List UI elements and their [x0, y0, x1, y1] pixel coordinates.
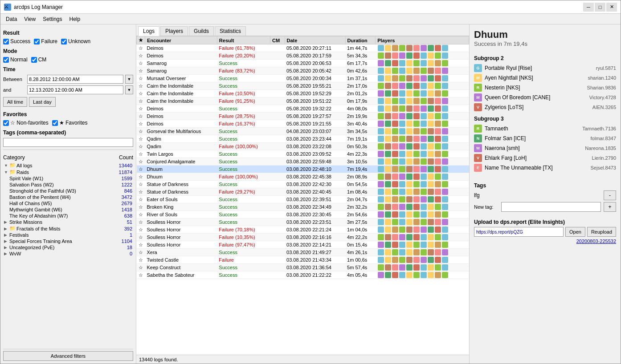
- log-row[interactable]: ☆ Statue of Darkness Failure (29,27%) 03…: [137, 188, 469, 196]
- menu-view[interactable]: View: [20, 15, 39, 23]
- col-encounter[interactable]: Encounter: [145, 36, 217, 44]
- star-cell[interactable]: ☆: [137, 52, 145, 60]
- star-cell[interactable]: ☆: [137, 82, 145, 90]
- favorites-checkbox[interactable]: [52, 120, 58, 126]
- star-cell[interactable]: ☆: [137, 60, 145, 67]
- star-cell[interactable]: ☆: [137, 234, 145, 241]
- star-cell[interactable]: ☆: [137, 143, 145, 150]
- star-cell[interactable]: ☆: [137, 173, 145, 181]
- star-cell[interactable]: ☆: [137, 158, 145, 166]
- category-row[interactable]: Mythwright Gambit (W6) 1418: [3, 206, 133, 213]
- col-players[interactable]: Players: [376, 36, 469, 44]
- log-row[interactable]: ☆ Broken King Success 03.08.2020 22:34:4…: [137, 203, 469, 211]
- log-row[interactable]: ☆ Twin Largos Success 03.08.2020 23:09:5…: [137, 150, 469, 158]
- col-duration[interactable]: Duration: [345, 36, 376, 44]
- star-cell[interactable]: ☆: [137, 113, 145, 120]
- col-result[interactable]: Result: [217, 36, 270, 44]
- star-cell[interactable]: ☆: [137, 188, 145, 196]
- log-row[interactable]: ☆ Dhuum Failure (100,00%) 03.08.2020 22:…: [137, 173, 469, 181]
- category-row[interactable]: Hall of Chains (W5) 2679: [3, 200, 133, 206]
- log-row[interactable]: ☆ Cairn the Indomitable Failure (91,25%)…: [137, 97, 469, 105]
- log-row[interactable]: ☆ Soulless Horror Failure (10,35%) 03.08…: [137, 234, 469, 241]
- category-row[interactable]: ▶ WvW 0: [3, 251, 133, 257]
- maximize-button[interactable]: □: [595, 3, 605, 12]
- tab-guilds[interactable]: Guilds: [189, 26, 214, 36]
- log-row[interactable]: ☆ Qadim Success 03.08.2020 23:23:44 7m 1…: [137, 135, 469, 143]
- star-cell[interactable]: ☆: [137, 166, 145, 173]
- star-cell[interactable]: ☆: [137, 203, 145, 211]
- url-input[interactable]: [474, 227, 564, 237]
- category-row[interactable]: Spirit Vale (W1) 1599: [3, 175, 133, 182]
- category-row[interactable]: ▼ 📁 Raids 11874: [3, 169, 133, 175]
- star-cell[interactable]: ☆: [137, 249, 145, 256]
- log-row[interactable]: ☆ Keep Construct Success 03.08.2020 21:3…: [137, 264, 469, 271]
- star-cell[interactable]: ☆: [137, 120, 145, 128]
- new-tag-input[interactable]: [501, 202, 601, 212]
- log-row[interactable]: ☆ Cairn the Indomitable Success 05.08.20…: [137, 82, 469, 90]
- log-row[interactable]: ☆ Samarog Failure (83,72%) 05.08.2020 20…: [137, 67, 469, 75]
- log-row[interactable]: ☆ River of Souls Success 03.08.2020 22:3…: [137, 211, 469, 218]
- success-checkbox-item[interactable]: Success: [3, 38, 30, 44]
- log-row[interactable]: ☆ Twisted Castle Failure 03.08.2020 21:4…: [137, 256, 469, 264]
- category-row[interactable]: The Key of Ahdashim (W7) 638: [3, 213, 133, 219]
- star-cell[interactable]: ☆: [137, 218, 145, 226]
- last-day-button[interactable]: Last day: [29, 97, 56, 107]
- unknown-checkbox[interactable]: [61, 39, 67, 44]
- log-row[interactable]: ☆ Soulless Horror Success 03.08.2020 22:…: [137, 218, 469, 226]
- non-favorites-checkbox[interactable]: [3, 120, 9, 126]
- log-row[interactable]: ☆ Dhuum Success 03.08.2020 22:48:10 7m 1…: [137, 166, 469, 173]
- tags-input[interactable]: [3, 138, 133, 147]
- star-cell[interactable]: ☆: [137, 90, 145, 97]
- star-cell[interactable]: ☆: [137, 128, 145, 135]
- log-row[interactable]: ☆ Soulless Horror Failure (97,47%) 03.08…: [137, 241, 469, 249]
- star-cell[interactable]: ☆: [137, 196, 145, 203]
- tab-players[interactable]: Players: [160, 26, 188, 36]
- cm-checkbox-item[interactable]: CM: [31, 57, 47, 63]
- star-cell[interactable]: ☆: [137, 67, 145, 75]
- log-table-container[interactable]: ★ Encounter Result CM Date Duration Play…: [136, 36, 469, 355]
- log-row[interactable]: ☆ Soulless Horror Failure (70,18%) 03.08…: [137, 226, 469, 234]
- minimize-button[interactable]: ─: [583, 3, 594, 12]
- star-cell[interactable]: ☆: [137, 226, 145, 234]
- unknown-checkbox-item[interactable]: Unknown: [61, 38, 90, 44]
- failure-checkbox[interactable]: [34, 39, 40, 44]
- favorites-item[interactable]: ★ Favorites: [52, 120, 88, 126]
- log-row[interactable]: ☆ Sabetha the Saboteur Success 03.08.202…: [137, 271, 469, 279]
- star-cell[interactable]: ☆: [137, 211, 145, 218]
- tab-statistics[interactable]: Statistics: [215, 26, 246, 36]
- col-star[interactable]: ★: [137, 36, 145, 44]
- log-id-link[interactable]: 20200803-225532: [474, 239, 616, 244]
- star-cell[interactable]: ☆: [137, 264, 145, 271]
- log-row[interactable]: ☆ Mursaat Overseer Success 05.08.2020 20…: [137, 75, 469, 82]
- between-input[interactable]: [27, 75, 123, 84]
- log-row[interactable]: ☆ Deimos Failure (16,37%) 05.08.2020 19:…: [137, 120, 469, 128]
- category-row[interactable]: ▶ Uncategorized (PvE) 18: [3, 244, 133, 251]
- log-row[interactable]: ☆ Conjured Amalgamate Success 03.08.2020…: [137, 158, 469, 166]
- normal-checkbox-item[interactable]: Normal: [3, 57, 28, 63]
- log-row[interactable]: ☆ Gorseval the Multifarious Success 04.0…: [137, 128, 469, 135]
- success-checkbox[interactable]: [3, 39, 9, 44]
- log-row[interactable]: ☆ Deimos Success 05.08.2020 19:32:22 4m …: [137, 105, 469, 113]
- star-cell[interactable]: ☆: [137, 256, 145, 264]
- log-row[interactable]: ☆ Eater of Souls Success 03.08.2020 22:3…: [137, 196, 469, 203]
- tag-remove-button[interactable]: -: [604, 190, 616, 200]
- category-row[interactable]: ▶ 📁 Fractals of the Mists 392: [3, 225, 133, 232]
- star-cell[interactable]: ☆: [137, 241, 145, 249]
- log-row[interactable]: ☆ Cairn the Indomitable Failure (10,50%)…: [137, 90, 469, 97]
- category-row[interactable]: Stronghold of the Faithful (W3) 846: [3, 188, 133, 194]
- star-cell[interactable]: ☆: [137, 181, 145, 188]
- category-row[interactable]: ▶ Strike Missions 51: [3, 219, 133, 225]
- log-row[interactable]: ☆ Xera Success 03.08.2020 21:49:27 4m 26…: [137, 249, 469, 256]
- log-row[interactable]: ☆ Samarog Success 05.08.2020 20:06:53 6m…: [137, 60, 469, 67]
- all-time-button[interactable]: All time: [3, 97, 27, 107]
- star-cell[interactable]: ☆: [137, 44, 145, 52]
- cm-checkbox[interactable]: [31, 57, 37, 63]
- col-cm[interactable]: CM: [270, 36, 285, 44]
- category-row[interactable]: ▶ Festivals 1: [3, 232, 133, 238]
- menu-settings[interactable]: Settings: [39, 15, 65, 23]
- advanced-filters-button[interactable]: Advanced filters: [3, 351, 133, 361]
- log-row[interactable]: ☆ Qadim Failure (100,00%) 03.08.2020 23:…: [137, 143, 469, 150]
- menu-help[interactable]: Help: [66, 15, 84, 23]
- category-row[interactable]: Bastion of the Penitent (W4) 3472: [3, 194, 133, 200]
- category-row[interactable]: ▼ 📁 All logs 13440: [3, 162, 133, 169]
